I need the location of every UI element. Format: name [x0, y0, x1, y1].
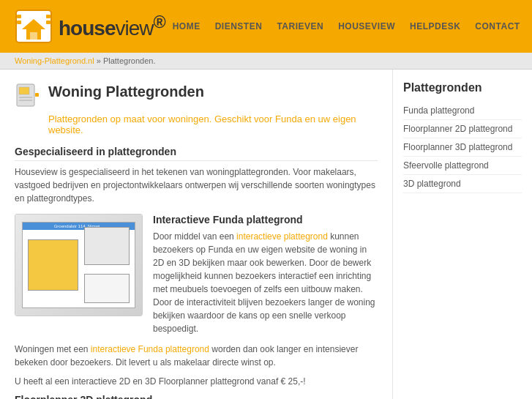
- svg-rect-9: [19, 87, 29, 94]
- funda-link[interactable]: interactieve Funda plattegrond: [91, 344, 209, 354]
- content-area: Woning Plattegronden Plattegronden op ma…: [0, 70, 393, 399]
- page-title-icon: [15, 83, 41, 109]
- svg-rect-7: [46, 20, 50, 24]
- interactive-title: Interactieve Funda plattegrond: [153, 214, 378, 225]
- nav-contact[interactable]: CONTACT: [468, 17, 527, 36]
- floorplan-image: Groendalstr 114, Nimwi...: [15, 214, 143, 316]
- sidebar-link-3d-plattegrond[interactable]: 3D plattegrond: [403, 175, 522, 193]
- page-title: Woning Plattegronden: [48, 83, 204, 100]
- page-subtitle: Plattegronden op maat voor woningen. Ges…: [48, 113, 378, 135]
- logo-icon: [15, 9, 53, 44]
- breadcrumb-current: Plattegronden.: [103, 56, 156, 65]
- breadcrumb-separator: »: [94, 56, 103, 65]
- sidebar-title: Plattegronden: [403, 81, 522, 94]
- interactive-body: Door middel van een interactieve platteg…: [153, 230, 378, 335]
- bottom-text-1: Woningen met een interactieve Funda plat…: [15, 343, 378, 369]
- svg-rect-3: [30, 32, 37, 40]
- section1-text: Houseview is gespecialiseerd in het teke…: [15, 165, 378, 205]
- svg-rect-12: [35, 93, 39, 97]
- sidebar-link-3d[interactable]: Floorplanner 3D plattegrond: [403, 138, 522, 157]
- nav-diensten[interactable]: DIENSTEN: [208, 17, 270, 36]
- nav-houseview[interactable]: HOUSEVIEW: [331, 17, 402, 36]
- nav-helpdesk[interactable]: HELPDESK: [402, 17, 468, 36]
- section1-title: Gespecialiseerd in plattegronden: [15, 146, 378, 161]
- sidebar: Plattegronden Funda plattegrond Floorpla…: [393, 70, 532, 399]
- section2-title: Floorplanner 2D plattegrond: [15, 394, 378, 399]
- logo-area: houseview®: [15, 9, 165, 44]
- sidebar-link-funda[interactable]: Funda plattegrond: [403, 102, 522, 120]
- interactive-link[interactable]: interactieve plattegrond: [236, 231, 328, 242]
- nav-home[interactable]: HOME: [165, 17, 208, 36]
- svg-rect-4: [17, 15, 21, 18]
- main-container: Woning Plattegronden Plattegronden op ma…: [0, 70, 532, 399]
- logo-text: houseview®: [59, 12, 165, 40]
- bottom-text-2: U heeft al een interactieve 2D en 3D Flo…: [15, 375, 378, 388]
- interactive-section: Groendalstr 114, Nimwi... Interactieve F…: [15, 214, 378, 335]
- page-title-area: Woning Plattegronden: [15, 83, 378, 109]
- sidebar-link-sfeer[interactable]: Sfeervolle plattegrond: [403, 157, 522, 175]
- breadcrumb: Woning-Plattegrond.nl » Plattegronden.: [0, 53, 532, 70]
- main-nav: HOME DIENSTEN TARIEVEN HOUSEVIEW HELPDES…: [165, 17, 528, 36]
- svg-rect-6: [46, 15, 50, 18]
- svg-rect-5: [17, 20, 21, 24]
- sidebar-link-2d[interactable]: Floorplanner 2D plattegrond: [403, 120, 522, 138]
- breadcrumb-link[interactable]: Woning-Plattegrond.nl: [15, 56, 94, 65]
- interactive-text-area: Interactieve Funda plattegrond Door midd…: [153, 214, 378, 335]
- header: houseview® HOME DIENSTEN TARIEVEN HOUSEV…: [0, 0, 532, 53]
- nav-tarieven[interactable]: TARIEVEN: [269, 17, 331, 36]
